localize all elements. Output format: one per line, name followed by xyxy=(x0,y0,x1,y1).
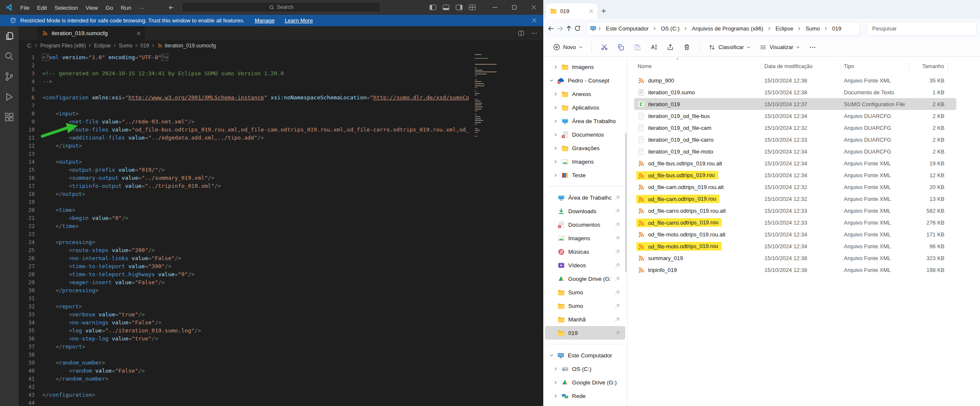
chevron-right-icon[interactable] xyxy=(553,160,558,164)
chevron-down-icon[interactable] xyxy=(549,79,554,82)
maximize-button[interactable] xyxy=(504,0,524,15)
sidebar-item-este-computador[interactable]: Este Computador xyxy=(545,348,625,362)
address-crumb[interactable]: 019 xyxy=(829,24,844,33)
sidebar-item--rea-de-trabalho[interactable]: Área de Trabalho xyxy=(545,114,625,128)
sidebar-item-documentos[interactable]: Documentos xyxy=(545,218,625,231)
chevron-right-icon[interactable] xyxy=(553,394,558,398)
chevron-right-icon[interactable] xyxy=(553,133,558,137)
file-row[interactable]: iteration_019_od_file-bus15/10/2024 12:3… xyxy=(634,110,956,122)
sidebar-item-m-sicas[interactable]: Músicas xyxy=(545,245,625,258)
sidebar-item-imagens[interactable]: Imagens xyxy=(545,60,625,74)
file-row[interactable]: iteration_019_od_file-moto15/10/2024 12:… xyxy=(634,145,956,157)
column-header-tamanho[interactable]: Tamanho xyxy=(909,63,948,70)
sidebar-item-grava-es[interactable]: Gravações xyxy=(545,141,625,155)
close-button[interactable] xyxy=(524,0,543,15)
sidebar-scrollbar[interactable] xyxy=(625,133,627,272)
sidebar-item-imagens[interactable]: Imagens xyxy=(545,231,625,245)
explorer-tab-close-icon[interactable] xyxy=(589,9,593,13)
file-row[interactable]: od_file-carro.odtrips_019.rou.alt15/10/2… xyxy=(634,205,956,217)
back-arrow-icon[interactable] xyxy=(168,4,175,11)
minimap[interactable] xyxy=(469,51,543,406)
split-editor-icon[interactable] xyxy=(518,30,524,36)
toggle-sidebar-icon[interactable] xyxy=(430,5,436,10)
command-search-box[interactable]: Search xyxy=(182,2,381,12)
run-debug-icon[interactable] xyxy=(4,91,15,102)
file-row[interactable]: od_file-cam.odtrips_019.rou15/10/2024 12… xyxy=(634,193,956,205)
address-crumb[interactable]: Sumo xyxy=(802,24,823,33)
learn-more-link[interactable]: Learn More xyxy=(285,17,312,24)
refresh-icon[interactable] xyxy=(574,22,581,35)
paste-button[interactable] xyxy=(630,41,645,53)
new-tab-icon[interactable] xyxy=(597,3,610,19)
file-row[interactable]: iteration_01915/10/2024 12:37SUMO Config… xyxy=(634,98,956,110)
sort-button[interactable]: Classificar xyxy=(705,41,754,53)
chevron-right-icon[interactable] xyxy=(553,381,558,384)
sidebar-item-v-deos[interactable]: Vídeos xyxy=(545,258,625,272)
chevron-right-icon[interactable] xyxy=(553,146,558,150)
toggle-panel-icon[interactable] xyxy=(443,5,449,10)
chevron-right-icon[interactable] xyxy=(553,65,558,69)
more-actions-icon[interactable] xyxy=(531,30,537,36)
toolbar-more-icon[interactable] xyxy=(805,41,820,53)
chevron-right-icon[interactable] xyxy=(553,367,558,371)
breadcrumb-item[interactable]: C: xyxy=(27,43,32,49)
view-button[interactable]: Visualizar xyxy=(756,41,804,53)
address-crumb[interactable]: Este Computador xyxy=(603,24,652,33)
forward-icon[interactable] xyxy=(556,22,564,35)
tab-close-icon[interactable] xyxy=(137,31,141,36)
toggle-secondary-sidebar-icon[interactable] xyxy=(456,5,463,10)
sidebar-item-manh-[interactable]: Manhã xyxy=(545,313,625,326)
sidebar-item-019[interactable]: 019 xyxy=(545,326,625,340)
breadcrumb-item[interactable]: Eclipse xyxy=(94,43,111,49)
sidebar-item-teste[interactable]: Teste xyxy=(545,168,625,182)
file-row[interactable]: od_file-bus.odtrips_019.rou15/10/2024 12… xyxy=(634,169,956,181)
source-control-icon[interactable] xyxy=(4,71,15,82)
file-row[interactable]: dump_90015/10/2024 12:38Arquivo Fonte XM… xyxy=(634,74,956,86)
copy-button[interactable] xyxy=(613,41,628,53)
column-header-tipo[interactable]: Tipo xyxy=(840,63,909,70)
file-row[interactable]: od_file-moto.odtrips_019.rou15/10/2024 1… xyxy=(634,240,956,252)
address-breadcrumb[interactable]: Este ComputadorOS (C:)Arquivos de Progra… xyxy=(586,22,860,36)
sidebar-item-pedro-consept[interactable]: Pedro - Consept xyxy=(545,74,625,87)
chevron-down-icon[interactable] xyxy=(549,354,554,357)
manage-link[interactable]: Manage xyxy=(255,17,274,24)
breadcrumb-item[interactable]: Sumo xyxy=(119,43,132,49)
sidebar-item-os-c-[interactable]: OS (C:) xyxy=(545,362,625,376)
breadcrumb-item[interactable]: 019 xyxy=(140,43,149,49)
tab-iteration-019-sumocfg[interactable]: iteration_019.sumocfg xyxy=(38,26,145,40)
sidebar-item-anexos[interactable]: Anexos xyxy=(545,87,625,101)
minimize-button[interactable] xyxy=(485,0,504,15)
delete-button[interactable] xyxy=(679,41,694,53)
address-crumb[interactable]: OS (C:) xyxy=(658,24,682,33)
code-editor[interactable]: 1<?xml version="1.0" encoding="UTF-8"?>2… xyxy=(19,51,543,406)
chevron-right-icon[interactable] xyxy=(553,106,558,110)
explorer-search-box[interactable]: Pesquisar xyxy=(867,22,977,36)
sidebar-item-google-drive-g-[interactable]: Google Drive (G:) xyxy=(545,376,625,389)
sidebar-item-imagens[interactable]: Imagens xyxy=(545,155,625,168)
explorer-icon[interactable] xyxy=(4,30,15,41)
search-icon[interactable] xyxy=(4,51,15,62)
file-row[interactable]: od_file-carro.odtrips_019.rou15/10/2024 … xyxy=(634,217,956,228)
extensions-icon[interactable] xyxy=(4,112,15,123)
sidebar-item-sumo[interactable]: Sumo xyxy=(545,299,625,313)
file-row[interactable]: od_file-moto.odtrips_019.rou.alt15/10/20… xyxy=(634,228,956,240)
banner-close-icon[interactable] xyxy=(532,18,537,23)
menu-item-view[interactable]: View xyxy=(82,3,102,13)
rename-button[interactable] xyxy=(646,41,661,53)
up-icon[interactable] xyxy=(565,22,572,35)
file-row[interactable]: od_file-bus.odtrips_019.rou.alt15/10/202… xyxy=(634,157,956,169)
back-icon[interactable] xyxy=(547,22,555,35)
breadcrumb-item[interactable]: Program Files (x86) xyxy=(40,43,86,49)
customize-layout-icon[interactable] xyxy=(469,5,476,10)
new-button[interactable]: Novo xyxy=(549,41,586,53)
sidebar-item-downloads[interactable]: Downloads xyxy=(545,204,625,218)
column-header-nome[interactable]: Nome xyxy=(634,63,761,70)
chevron-right-icon[interactable] xyxy=(553,92,558,96)
chevron-right-icon[interactable] xyxy=(553,173,558,177)
cut-button[interactable] xyxy=(597,41,612,53)
sidebar-item-sumo[interactable]: Sumo xyxy=(545,285,625,299)
sidebar-item--rea-de-trabalho[interactable]: Área de Trabalho xyxy=(545,191,625,204)
explorer-tab-019[interactable]: 019 xyxy=(546,3,597,19)
file-row[interactable]: summary_01915/10/2024 12:38Arquivo Fonte… xyxy=(634,252,956,264)
file-row[interactable]: iteration_019.sumo15/10/2024 12:38Docume… xyxy=(634,86,956,98)
